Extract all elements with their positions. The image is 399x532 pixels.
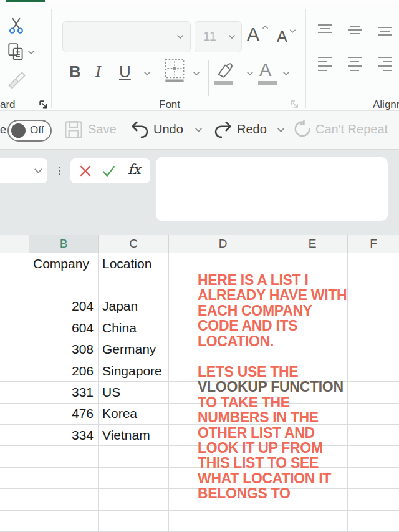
clipboard-group-label: ard [0,99,16,111]
font-size-value: 11 [203,29,216,44]
redo-label[interactable]: Redo [237,122,267,137]
cell-company-header[interactable]: Company [29,253,99,274]
column-header-f[interactable]: F [348,235,399,253]
save-label[interactable]: Save [88,122,117,137]
align-center-icon[interactable] [345,55,364,75]
drag-handle-icon[interactable] [59,165,60,177]
autosave-label: e [0,123,6,137]
cell-location[interactable]: US [99,382,169,403]
column-header-c[interactable]: C [99,235,169,253]
annotation-line: LOOK IT UP FROM [198,440,344,455]
formula-input[interactable] [156,157,388,221]
annotation-line: EACH COMPANY [198,303,347,318]
bold-button[interactable]: B [69,64,81,80]
chevron-down-icon [176,34,184,39]
cell-code[interactable]: 331 [29,382,99,403]
annotation-block-2: LETS USE THE VLOOKUP FUNCTION TO TAKE TH… [198,364,344,501]
enter-icon[interactable] [102,164,117,178]
column-header-e[interactable]: E [277,235,348,253]
quick-access-toolbar: e Off Save Undo Redo Can't Repeat [0,111,399,150]
undo-icon[interactable] [130,120,150,140]
column-headers: B C D E F [0,235,399,253]
repeat-icon[interactable] [293,120,312,138]
ribbon: ard 11 A A B I U [0,6,399,111]
underline-dropdown-icon[interactable] [143,71,151,76]
format-painter-icon[interactable] [6,71,26,90]
cell-location[interactable]: China [99,317,169,339]
repeat-label[interactable]: Can't Repeat [315,122,388,137]
divider [161,60,161,96]
divider [208,60,209,96]
cancel-icon[interactable] [79,164,92,178]
group-divider [305,9,306,108]
table-row [0,511,399,532]
name-box[interactable] [0,158,47,183]
font-color-button[interactable]: A [259,60,271,80]
column-header-a-partial[interactable] [6,235,29,253]
cell-location[interactable]: Vietnam [99,425,169,446]
annotation-line: HERE IS A LIST I [198,273,347,288]
cell-code[interactable]: 308 [29,339,99,360]
undo-label[interactable]: Undo [153,122,183,137]
insert-function-icon[interactable]: fx [128,162,141,177]
decrease-font-size-button[interactable]: A [277,27,287,46]
font-group-label: Font [159,99,180,111]
column-header-d[interactable]: D [169,235,277,253]
annotation-line: LETS USE THE [198,364,344,379]
annotation-line: ALREADY HAVE WITH [198,288,347,302]
name-box-dropdown-icon[interactable] [34,168,43,174]
formula-bar-zone: fx [0,150,399,235]
annotation-line-vlookup: VLOOKUP FUNCTION [198,379,344,394]
save-icon[interactable] [64,120,84,140]
redo-icon[interactable] [213,120,233,140]
group-divider [51,9,52,108]
cell-location[interactable]: Germany [99,339,169,360]
clipboard-dialog-launcher-icon[interactable] [39,100,49,110]
align-top-icon[interactable] [315,22,334,37]
font-color-dropdown-icon[interactable] [282,71,290,76]
autosave-state: Off [30,124,44,137]
cell-location[interactable]: Japan [99,296,169,317]
annotation-line: BELONGS TO [198,486,344,501]
excel-window: ard 11 A A B I U [0,0,399,532]
borders-icon[interactable] [163,57,187,87]
fill-dropdown-icon[interactable] [246,71,254,76]
redo-dropdown-icon[interactable] [277,127,285,133]
autosave-toggle[interactable]: Off [7,120,52,142]
copy-dropdown-icon[interactable] [27,50,35,55]
cell-code[interactable]: 204 [29,296,99,317]
caret-up-icon [262,25,269,30]
toggle-knob [11,123,26,138]
cell-code[interactable]: 334 [29,425,99,446]
annotation-line: LOCATION. [198,334,347,349]
font-size-combobox[interactable]: 11 [195,21,242,52]
grow-font-glyph: A [247,24,259,44]
increase-font-size-button[interactable]: A [247,24,259,45]
italic-button[interactable]: I [95,64,101,80]
cell-code[interactable]: 604 [29,317,99,339]
cell-location[interactable]: Singapore [99,360,169,382]
font-name-combobox[interactable] [62,21,191,52]
column-header-b[interactable]: B [29,235,99,253]
annotation-line: OTHER LIST AND [198,425,344,440]
underline-button[interactable]: U [119,64,131,80]
font-dialog-launcher-icon[interactable] [290,100,300,110]
cut-icon[interactable] [8,17,24,34]
cell-location[interactable]: Korea [99,404,169,425]
undo-dropdown-icon[interactable] [195,127,203,133]
fill-color-icon[interactable] [213,61,234,80]
align-left-icon[interactable] [315,55,334,75]
cell-code[interactable]: 476 [29,404,99,425]
align-bottom-icon[interactable] [375,22,394,37]
active-tab-indicator [6,0,45,2]
copy-icon[interactable] [7,42,25,62]
chevron-down-icon [228,34,236,39]
annotation-line: NUMBERS IN THE [198,410,344,425]
align-middle-icon[interactable] [345,22,364,37]
tab-strip [0,0,399,6]
cell-code[interactable]: 206 [29,360,99,382]
borders-dropdown-icon[interactable] [193,71,200,76]
cell-location-header[interactable]: Location [99,253,169,274]
column-header-stub [0,235,6,253]
align-right-icon[interactable] [375,55,394,75]
